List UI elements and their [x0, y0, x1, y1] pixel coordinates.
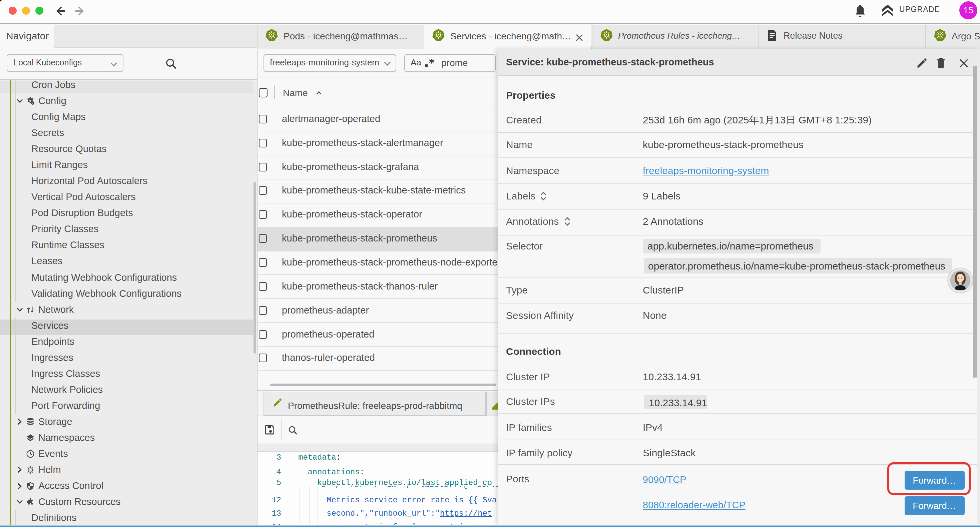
svg-text:H: H [29, 469, 31, 471]
